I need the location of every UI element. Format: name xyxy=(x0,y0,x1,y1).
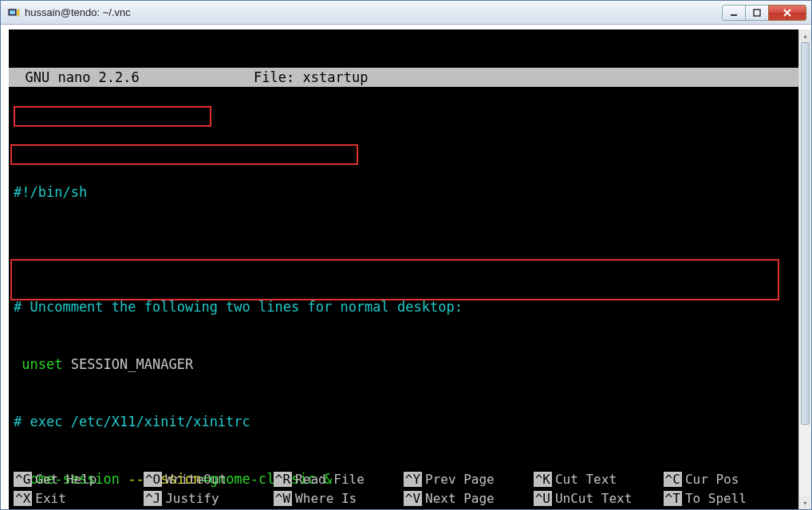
help-key: ^K xyxy=(534,472,552,487)
help-item: ^YPrev Page xyxy=(404,469,534,488)
help-item: ^JJustify xyxy=(144,488,274,508)
help-item: ^UUnCut Text xyxy=(534,488,664,508)
putty-icon xyxy=(7,6,20,19)
file-line xyxy=(9,125,798,144)
help-key: ^X xyxy=(14,491,32,506)
help-key: ^W xyxy=(274,491,292,506)
help-label: Get Help xyxy=(35,472,97,487)
nano-help: ^GGet Help^OWriteOut^RRead File^YPrev Pa… xyxy=(9,469,798,509)
help-key: ^T xyxy=(664,491,682,506)
help-label: Next Page xyxy=(425,491,495,506)
svg-rect-2 xyxy=(731,14,737,16)
help-key: ^G xyxy=(14,472,32,487)
file-line: #!/bin/sh xyxy=(9,182,798,202)
nano-titlebar: GNU nano 2.2.6 File: xstartup xyxy=(9,68,798,87)
help-label: Exit xyxy=(35,491,66,506)
help-item: ^OWriteOut xyxy=(144,469,274,488)
help-key: ^U xyxy=(534,491,552,506)
scroll-thumb[interactable] xyxy=(801,42,810,425)
help-label: Prev Page xyxy=(425,472,495,487)
maximize-button[interactable] xyxy=(745,5,769,21)
help-label: UnCut Text xyxy=(555,491,632,506)
terminal-client: GNU nano 2.2.6 File: xstartup #!/bin/sh … xyxy=(1,25,811,509)
file-line: # exec /etc/X11/xinit/xinitrc xyxy=(9,412,798,431)
close-button[interactable] xyxy=(768,5,806,21)
scroll-down-button[interactable]: ▾ xyxy=(799,496,811,509)
file-line: # Uncomment the following two lines for … xyxy=(9,297,798,316)
help-label: Where Is xyxy=(295,491,357,506)
window-title: hussain@tendo: ~/.vnc xyxy=(25,6,723,18)
help-item: ^RRead File xyxy=(274,469,404,488)
help-label: Cut Text xyxy=(555,472,617,487)
help-item: ^WWhere Is xyxy=(274,488,404,508)
nano-file: File: xstartup xyxy=(254,68,368,87)
svg-rect-3 xyxy=(754,10,760,16)
help-key: ^V xyxy=(404,491,422,506)
nano-app: GNU nano 2.2.6 xyxy=(25,68,139,87)
help-key: ^C xyxy=(664,472,682,487)
minimize-button[interactable] xyxy=(722,5,746,21)
help-item: ^GGet Help xyxy=(14,469,144,488)
help-label: Justify xyxy=(165,491,219,506)
help-label: To Spell xyxy=(685,491,747,506)
help-item: ^VNext Page xyxy=(404,488,534,508)
putty-window: hussain@tendo: ~/.vnc GNU nano 2.2.6 Fil… xyxy=(0,0,812,510)
help-item: ^CCur Pos xyxy=(664,469,794,488)
help-label: Cur Pos xyxy=(685,472,739,487)
help-item: ^XExit xyxy=(14,488,144,508)
help-key: ^R xyxy=(274,472,292,487)
svg-rect-1 xyxy=(10,10,15,14)
file-line: unset SESSION_MANAGER xyxy=(9,355,798,374)
help-item: ^KCut Text xyxy=(534,469,664,488)
help-item: ^TTo Spell xyxy=(664,488,794,508)
help-label: WriteOut xyxy=(165,472,227,487)
window-titlebar[interactable]: hussain@tendo: ~/.vnc xyxy=(1,1,811,25)
terminal[interactable]: GNU nano 2.2.6 File: xstartup #!/bin/sh … xyxy=(9,29,798,509)
help-key: ^O xyxy=(144,472,162,487)
help-label: Read File xyxy=(295,472,365,487)
scroll-up-button[interactable]: ▴ xyxy=(799,29,811,42)
help-key: ^J xyxy=(144,491,162,506)
file-line xyxy=(9,240,798,259)
vertical-scrollbar[interactable]: ▴ ▾ xyxy=(798,29,811,509)
help-key: ^Y xyxy=(404,472,422,487)
